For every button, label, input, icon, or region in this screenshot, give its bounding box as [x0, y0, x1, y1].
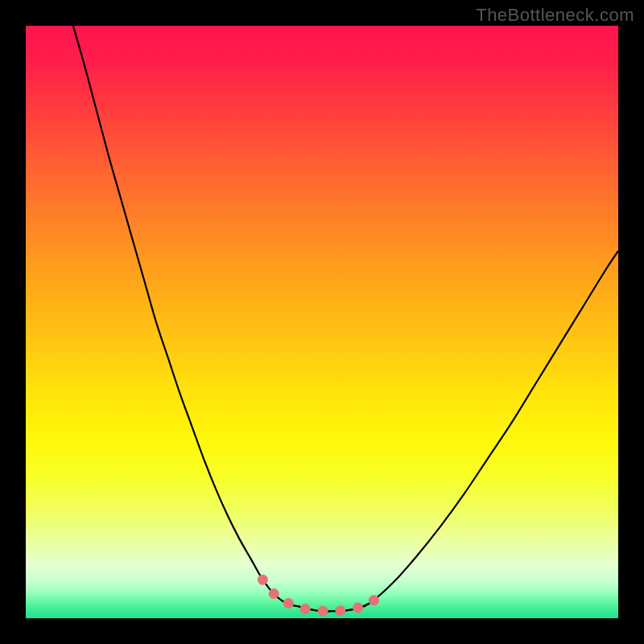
chart-svg [26, 26, 618, 618]
plot-area [26, 26, 618, 618]
right-curve [299, 251, 618, 612]
left-curve [73, 26, 369, 611]
curve-group [73, 26, 618, 611]
chart-frame: TheBottleneck.com [0, 0, 644, 644]
watermark-text: TheBottleneck.com [476, 5, 634, 26]
